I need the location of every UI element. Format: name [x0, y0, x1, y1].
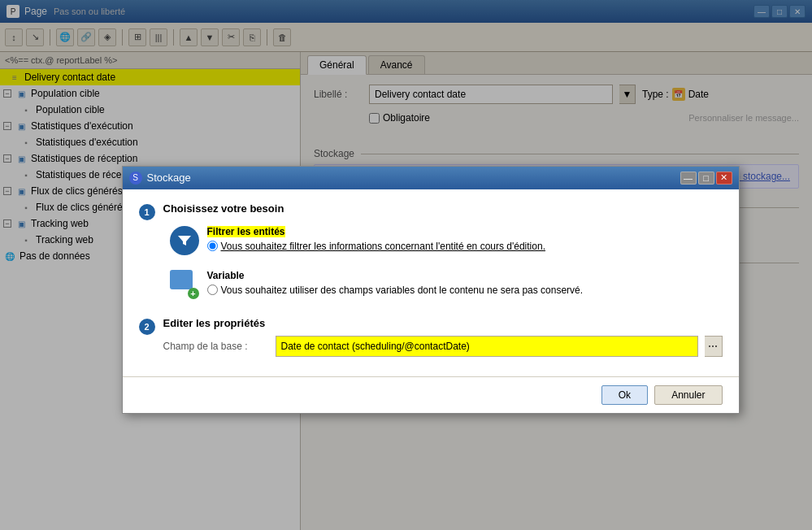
modal-footer: Ok Annuler [123, 376, 739, 413]
choice-variable-label: Variable [207, 270, 716, 281]
field-base-label: Champ de la base : [163, 341, 269, 352]
modal-step1: 1 Choisissez votre besoin Filtrer les en… [139, 202, 723, 311]
modal-controls: — □ ✕ [680, 172, 732, 185]
choice-variable-desc: Vous souhaitez utiliser des champs varia… [221, 285, 584, 296]
modal-overlay: S Stockage — □ ✕ 1 Choisissez votre beso… [0, 0, 812, 530]
variable-icon-bg [170, 270, 193, 289]
filter-icon [170, 226, 199, 255]
modal-titlebar: S Stockage — □ ✕ [123, 167, 739, 189]
modal-app-icon: S [129, 172, 142, 185]
variable-icon-container: + [170, 270, 199, 299]
modal-stockage: S Stockage — □ ✕ 1 Choisissez votre beso… [122, 166, 740, 414]
choice-variable-content: Variable Vous souhaitez utiliser des cha… [207, 270, 716, 296]
modal-close[interactable]: ✕ [716, 172, 732, 185]
field-browse-btn[interactable]: ⋯ [705, 336, 723, 357]
modal-title: Stockage [147, 172, 191, 184]
choice-filter-desc: Vous souhaitez filtrer les informations … [221, 241, 545, 252]
filter-icon-svg [176, 232, 193, 249]
step2-title: Editer les propriétés [163, 317, 723, 329]
radio-variable-input[interactable] [207, 285, 218, 295]
choice-filter-label: Filtrer les entités [207, 226, 285, 237]
radio-filter: Vous souhaitez filtrer les informations … [207, 241, 716, 252]
modal-maximize[interactable]: □ [698, 172, 714, 185]
modal-step2: 2 Editer les propriétés Champ de la base… [139, 317, 723, 357]
modal-body: 1 Choisissez votre besoin Filtrer les en… [123, 189, 739, 376]
radio-filter-input[interactable] [207, 241, 218, 251]
cancel-button[interactable]: Annuler [654, 385, 722, 405]
step2-num: 2 [139, 319, 155, 335]
modal-minimize[interactable]: — [680, 172, 697, 185]
choice-filter-content: Filtrer les entités Vous souhaitez filtr… [207, 226, 716, 252]
radio-variable: Vous souhaitez utiliser des champs varia… [207, 285, 716, 296]
choice-filter: Filtrer les entités Vous souhaitez filtr… [163, 221, 723, 260]
filter-desc-underline: Vous souhaitez filtrer les informations … [221, 241, 545, 252]
step1-num: 1 [139, 204, 155, 220]
ok-button[interactable]: Ok [601, 385, 648, 405]
choice-variable: + Variable Vous souhaitez utiliser des c… [163, 265, 723, 304]
step1-title: Choisissez votre besoin [163, 202, 723, 215]
field-base-input[interactable] [276, 336, 698, 357]
field-base-row: Champ de la base : ⋯ [163, 336, 723, 357]
variable-icon-plus: + [188, 288, 199, 299]
